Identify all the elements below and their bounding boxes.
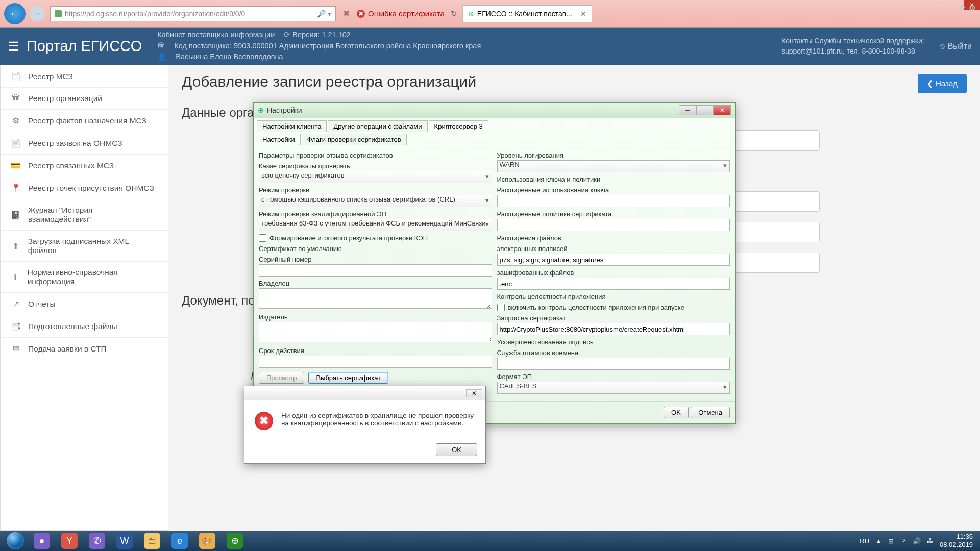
support-info: Контакты Службы технической поддержки: s… bbox=[781, 36, 924, 56]
taskbar-app-6[interactable]: e bbox=[166, 532, 193, 550]
tab-close-icon[interactable]: ✕ bbox=[580, 10, 586, 18]
tray-icon[interactable]: 🏳 bbox=[900, 537, 906, 545]
tools-icon[interactable]: ⚙ bbox=[969, 3, 976, 13]
page-title: Добавление записи реестра организаций bbox=[182, 73, 967, 90]
enc-ext-input[interactable] bbox=[497, 278, 730, 290]
tab[interactable]: Настройки bbox=[257, 134, 301, 145]
search-dropdown-icon[interactable]: 🔎 ▾ bbox=[317, 10, 331, 18]
settings-cancel-button[interactable]: Отмена bbox=[691, 407, 730, 418]
owner-input[interactable] bbox=[259, 288, 492, 309]
volume-icon[interactable]: 🔊 bbox=[913, 537, 921, 545]
back-button[interactable]: ❮ Назад bbox=[918, 74, 967, 93]
sidebar-icon: 📑 bbox=[11, 321, 21, 331]
error-icon: ✖ bbox=[255, 412, 273, 430]
error-ok-button[interactable]: OK bbox=[436, 443, 477, 456]
error-dialog: ✕ ✖ Ни один из сертификатов в хранилище … bbox=[244, 386, 486, 464]
settings-ok-button[interactable]: OK bbox=[664, 407, 689, 418]
taskbar-app-2[interactable]: Y bbox=[56, 532, 83, 550]
portal-title: Портал ЕГИССО bbox=[27, 38, 142, 55]
sidebar-icon: ℹ bbox=[11, 272, 20, 282]
sidebar-item[interactable]: 📍Реестр точек присутствия ОНМСЗ bbox=[1, 177, 168, 199]
tabs-level2: НастройкиФлаги проверки сертификатов bbox=[257, 133, 732, 145]
kep-result-checkbox[interactable]: Формирование итогового результата провер… bbox=[259, 234, 492, 242]
sidebar-icon: 📄 bbox=[11, 71, 21, 81]
taskbar-app-5[interactable]: 🗀 bbox=[139, 532, 165, 550]
sidebar-icon: ✉ bbox=[11, 344, 21, 354]
sidebar-item[interactable]: ✉Подача заявки в СТП bbox=[1, 338, 168, 360]
portal-info: Кабинет поставщика информации ⟳ Версия: … bbox=[157, 30, 781, 63]
menu-icon[interactable]: ☰ bbox=[8, 39, 19, 54]
home-icon[interactable]: ⌂ bbox=[950, 3, 955, 13]
favicon: ⊕ bbox=[468, 10, 474, 18]
sidebar-icon: ↗ bbox=[11, 299, 21, 309]
settings-dialog: ⊕ Настройки ─ ☐ ✕ Настройки клиентаДруги… bbox=[253, 102, 736, 424]
sidebar-item[interactable]: 💳Реестр связанных МСЗ bbox=[1, 155, 168, 177]
cert-error[interactable]: ✖ Ошибка сертификата ↻ bbox=[357, 9, 457, 18]
address-bar[interactable]: https://pd.egisso.ru/portal/provider/org… bbox=[50, 6, 336, 21]
serial-input[interactable] bbox=[259, 264, 492, 277]
sidebar-item[interactable]: 📄Реестр заявок на ОНМСЗ bbox=[1, 132, 168, 155]
network-icon[interactable]: 🖧 bbox=[927, 537, 934, 545]
taskbar-app-3[interactable]: ✆ bbox=[84, 532, 110, 550]
sidebar-icon: ⬆ bbox=[11, 241, 21, 251]
tab[interactable]: Криптосервер 3 bbox=[429, 120, 488, 132]
sidebar: 📄Реестр МСЗ🏛Реестр организаций⚙Реестр фа… bbox=[0, 65, 168, 531]
sidebar-icon: ⚙ bbox=[11, 116, 21, 126]
check-mode-select[interactable]: с помощью кэшированного списка отзыва се… bbox=[259, 195, 492, 207]
browser-actions: ⌂ ★ ⚙ bbox=[946, 1, 980, 15]
minimize-button[interactable]: ─ bbox=[931, 0, 947, 10]
cert-request-input[interactable] bbox=[497, 323, 730, 335]
tab[interactable]: Настройки клиента bbox=[257, 120, 327, 132]
dlg-close[interactable]: ✕ bbox=[714, 105, 731, 115]
dlg-maximize[interactable]: ☐ bbox=[696, 105, 714, 115]
error-message: Ни один из сертификатов в хранилище не п… bbox=[281, 412, 475, 430]
forward-button[interactable]: → bbox=[30, 6, 45, 21]
taskbar-app-7[interactable]: 🎨 bbox=[194, 532, 220, 550]
sidebar-icon: 📓 bbox=[11, 210, 21, 220]
pick-cert-button[interactable]: Выбрать сертификат bbox=[308, 372, 388, 384]
sidebar-icon: 📄 bbox=[11, 138, 21, 148]
tab[interactable]: Флаги проверки сертификатов bbox=[302, 134, 407, 145]
sidebar-item[interactable]: 📓Журнал "История взаимодействия" bbox=[1, 199, 168, 231]
timestamp-input[interactable] bbox=[497, 358, 730, 370]
taskbar-app-4[interactable]: W bbox=[111, 532, 138, 550]
sig-ext-input[interactable] bbox=[497, 254, 730, 266]
sidebar-item[interactable]: 📄Реестр МСЗ bbox=[1, 65, 168, 88]
sidebar-item[interactable]: ↗Отчеты bbox=[1, 293, 168, 315]
tray-icon[interactable]: ⊞ bbox=[888, 537, 894, 545]
dlg-minimize[interactable]: ─ bbox=[679, 105, 696, 115]
sidebar-item[interactable]: 📑Подготовленные файлы bbox=[1, 315, 168, 338]
taskbar-app-8[interactable]: ⊕ bbox=[222, 532, 248, 550]
issuer-input[interactable] bbox=[259, 322, 492, 342]
back-button[interactable]: ← bbox=[4, 3, 26, 24]
validity-input[interactable] bbox=[259, 356, 492, 368]
clock[interactable]: 11:35 08.02.2019 bbox=[940, 533, 977, 548]
ext-key-usage-input[interactable] bbox=[497, 195, 730, 207]
sidebar-item[interactable]: 🏛Реестр организаций bbox=[1, 88, 168, 110]
settings-left-column: Параметры проверки отзыва сертификатов К… bbox=[259, 148, 492, 394]
ext-policy-input[interactable] bbox=[497, 219, 730, 231]
tray-icon[interactable]: ▲ bbox=[875, 537, 882, 545]
start-button[interactable] bbox=[3, 532, 28, 550]
sidebar-item[interactable]: ℹНормативно-справочная информация bbox=[1, 262, 168, 293]
cert-chain-select[interactable]: всю цепочку сертификатов bbox=[259, 171, 492, 183]
dialog-titlebar[interactable]: ⊕ Настройки ─ ☐ ✕ bbox=[254, 103, 735, 118]
refresh-icon[interactable]: ✖ bbox=[343, 9, 350, 18]
favorites-icon[interactable]: ★ bbox=[959, 3, 966, 13]
logout-button[interactable]: ⎋ Выйти bbox=[940, 42, 972, 51]
tab[interactable]: Другие операции с файлами bbox=[328, 120, 427, 132]
error-close-button[interactable]: ✕ bbox=[466, 389, 482, 397]
integrity-checkbox[interactable]: включить контроль целостности приложения… bbox=[497, 304, 730, 311]
sidebar-item[interactable]: ⚙Реестр фактов назначения МСЗ bbox=[1, 110, 168, 132]
view-cert-button[interactable]: Просмотр bbox=[259, 372, 304, 384]
taskbar-app-1[interactable]: ● bbox=[29, 532, 55, 550]
tabs-level1: Настройки клиентаДругие операции с файла… bbox=[257, 120, 732, 132]
lang-indicator[interactable]: RU bbox=[860, 537, 869, 545]
log-level-select[interactable]: WARN bbox=[497, 160, 730, 172]
browser-toolbar: ← → https://pd.egisso.ru/portal/provider… bbox=[0, 0, 980, 28]
sig-format-select[interactable]: CAdES-BES bbox=[497, 382, 730, 394]
sidebar-icon: 💳 bbox=[11, 161, 21, 170]
browser-tab[interactable]: ⊕ ЕГИССО :: Кабинет постав... ✕ bbox=[462, 5, 592, 22]
sidebar-item[interactable]: ⬆Загрузка подписанных XML файлов bbox=[1, 231, 168, 262]
qep-mode-select[interactable]: требования 63-ФЗ с учетом требований ФСБ… bbox=[259, 219, 492, 231]
